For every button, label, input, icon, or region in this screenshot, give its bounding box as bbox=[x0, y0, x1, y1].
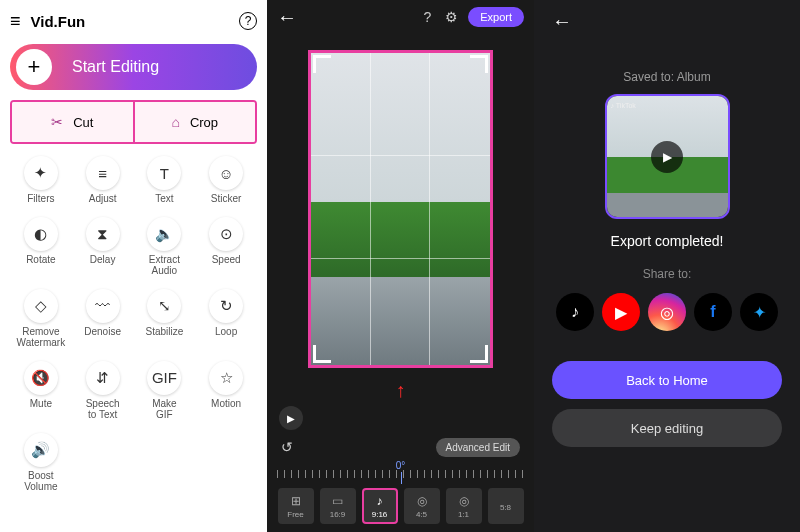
aspect-label: Free bbox=[287, 510, 303, 519]
tool-icon: ↻ bbox=[209, 289, 243, 323]
back-icon[interactable]: ← bbox=[277, 6, 297, 29]
tool-rotate[interactable]: ◐Rotate bbox=[10, 213, 72, 281]
left-header: ≡ Vid.Fun ? bbox=[10, 6, 257, 36]
tool-label: Stabilize bbox=[145, 326, 183, 338]
tool-label: Mute bbox=[30, 398, 52, 410]
aspect-5-8[interactable]: 5:8 bbox=[488, 488, 524, 524]
tool-label: Speechto Text bbox=[86, 398, 120, 421]
aspect-icon: ⊞ bbox=[291, 494, 301, 508]
tool-grid: ✦Filters≡AdjustTText☺Sticker◐Rotate⧗Dela… bbox=[10, 152, 257, 497]
tool-icon: GIF bbox=[147, 361, 181, 395]
tool-make-gif[interactable]: GIFMakeGIF bbox=[134, 357, 196, 425]
crop-button[interactable]: ⌂ Crop bbox=[133, 102, 256, 142]
editor-header: ← ? ⚙ Export bbox=[267, 0, 534, 34]
tool-icon: ⇵ bbox=[86, 361, 120, 395]
tool-speed[interactable]: ⊙Speed bbox=[195, 213, 257, 281]
tool-icon: 🔊 bbox=[24, 433, 58, 467]
annotation-arrow-icon: ↑ bbox=[267, 379, 534, 402]
tool-label: Motion bbox=[211, 398, 241, 410]
tool-label: Denoise bbox=[84, 326, 121, 338]
back-to-home-button[interactable]: Back to Home bbox=[552, 361, 782, 399]
tool-mute[interactable]: 🔇Mute bbox=[10, 357, 72, 425]
tool-icon: ≡ bbox=[86, 156, 120, 190]
tool-text[interactable]: TText bbox=[134, 152, 196, 209]
aspect-icon: ▭ bbox=[332, 494, 343, 508]
play-icon: ▶ bbox=[651, 141, 683, 173]
cut-crop-row: ✂ Cut ⌂ Crop bbox=[10, 100, 257, 144]
rotation-ruler[interactable]: 0° bbox=[277, 462, 524, 484]
tool-label: Adjust bbox=[89, 193, 117, 205]
tool-boost-volume[interactable]: 🔊BoostVolume bbox=[10, 429, 72, 497]
share-to-label: Share to: bbox=[643, 267, 692, 281]
tiktok-icon[interactable]: ♪ bbox=[556, 293, 594, 331]
advanced-edit-button[interactable]: Advanced Edit bbox=[436, 438, 521, 457]
export-button[interactable]: Export bbox=[468, 7, 524, 27]
tool-icon: ⧗ bbox=[86, 217, 120, 251]
start-editing-label: Start Editing bbox=[72, 58, 159, 76]
export-thumbnail[interactable]: ▶ ♪ TikTok bbox=[605, 94, 730, 219]
tool-label: Delay bbox=[90, 254, 116, 266]
back-icon[interactable]: ← bbox=[552, 10, 572, 40]
tool-speech-to-text[interactable]: ⇵Speechto Text bbox=[72, 357, 134, 425]
app-title: Vid.Fun bbox=[31, 13, 229, 30]
aspect-16-9[interactable]: ▭16:9 bbox=[320, 488, 356, 524]
facebook-icon[interactable]: f bbox=[694, 293, 732, 331]
ruler-value: 0° bbox=[396, 460, 406, 471]
tool-remove-watermark[interactable]: ◇RemoveWatermark bbox=[10, 285, 72, 353]
tiktok-watermark: ♪ TikTok bbox=[611, 102, 636, 109]
crop-preview[interactable] bbox=[308, 50, 493, 368]
tool-label: Text bbox=[155, 193, 173, 205]
tool-icon: ✦ bbox=[24, 156, 58, 190]
panel-export: ← Saved to: Album ▶ ♪ TikTok Export comp… bbox=[534, 0, 800, 532]
aspect-label: 9:16 bbox=[372, 510, 388, 519]
aspect-9-16[interactable]: ♪9:16 bbox=[362, 488, 398, 524]
tool-filters[interactable]: ✦Filters bbox=[10, 152, 72, 209]
advanced-row: ↺ Advanced Edit bbox=[267, 434, 534, 460]
instagram-icon[interactable]: ◎ bbox=[648, 293, 686, 331]
cut-button[interactable]: ✂ Cut bbox=[12, 102, 133, 142]
tool-stabilize[interactable]: ⤡Stabilize bbox=[134, 285, 196, 353]
tool-delay[interactable]: ⧗Delay bbox=[72, 213, 134, 281]
tool-icon: ◐ bbox=[24, 217, 58, 251]
aspect-ratio-row: ⊞Free▭16:9♪9:16◎4:5◎1:15:8 bbox=[267, 484, 534, 532]
tool-sticker[interactable]: ☺Sticker bbox=[195, 152, 257, 209]
tool-icon: 🔇 bbox=[24, 361, 58, 395]
help-icon[interactable]: ? bbox=[423, 9, 431, 25]
reset-icon[interactable]: ↺ bbox=[281, 439, 293, 455]
help-icon[interactable]: ? bbox=[239, 12, 257, 30]
tool-motion[interactable]: ☆Motion bbox=[195, 357, 257, 425]
tool-adjust[interactable]: ≡Adjust bbox=[72, 152, 134, 209]
aspect-4-5[interactable]: ◎4:5 bbox=[404, 488, 440, 524]
aspect-icon: ♪ bbox=[377, 494, 383, 508]
aspect-1-1[interactable]: ◎1:1 bbox=[446, 488, 482, 524]
keep-editing-button[interactable]: Keep editing bbox=[552, 409, 782, 447]
tool-icon: 〰 bbox=[86, 289, 120, 323]
menu-icon[interactable]: ≡ bbox=[10, 11, 21, 32]
tool-denoise[interactable]: 〰Denoise bbox=[72, 285, 134, 353]
youtube-icon[interactable]: ▶ bbox=[602, 293, 640, 331]
plus-icon: + bbox=[16, 49, 52, 85]
tool-icon: ☺ bbox=[209, 156, 243, 190]
tool-label: Speed bbox=[212, 254, 241, 266]
tool-label: RemoveWatermark bbox=[17, 326, 66, 349]
tool-icon: ⊙ bbox=[209, 217, 243, 251]
export-completed-label: Export completed! bbox=[611, 233, 724, 249]
start-editing-button[interactable]: + Start Editing bbox=[10, 44, 257, 90]
tool-loop[interactable]: ↻Loop bbox=[195, 285, 257, 353]
crop-icon: ⌂ bbox=[171, 114, 179, 130]
tool-label: Rotate bbox=[26, 254, 55, 266]
tool-extract-audio[interactable]: 🔈ExtractAudio bbox=[134, 213, 196, 281]
social-row: ♪ ▶ ◎ f ✦ bbox=[556, 293, 778, 331]
tool-label: ExtractAudio bbox=[149, 254, 180, 277]
tool-label: Filters bbox=[27, 193, 54, 205]
aspect-label: 5:8 bbox=[500, 503, 511, 512]
tool-icon: T bbox=[147, 156, 181, 190]
crop-label: Crop bbox=[190, 115, 218, 130]
scissors-icon: ✂ bbox=[51, 114, 63, 130]
tool-label: Loop bbox=[215, 326, 237, 338]
aspect-icon: ◎ bbox=[459, 494, 469, 508]
twitter-icon[interactable]: ✦ bbox=[740, 293, 778, 331]
aspect-free[interactable]: ⊞Free bbox=[278, 488, 314, 524]
play-button[interactable]: ▶ bbox=[279, 406, 303, 430]
settings-icon[interactable]: ⚙ bbox=[445, 9, 458, 25]
